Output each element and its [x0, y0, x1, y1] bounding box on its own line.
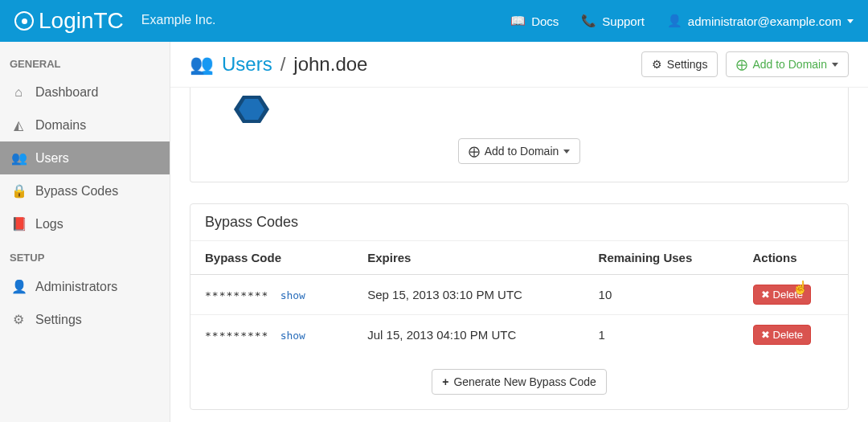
home-icon: ⌂ — [11, 85, 26, 100]
table-row: ********* show Sep 15, 2013 03:10 PM UTC… — [190, 275, 848, 315]
delete-button[interactable]: ✖ Delete — [753, 285, 812, 305]
col-remaining: Remaining Uses — [584, 241, 739, 275]
sidebar: GENERAL ⌂ Dashboard ◭ Domains 👥 Users 🔒 … — [0, 42, 170, 422]
code-mask: ********* — [205, 289, 268, 301]
gear-icon: ⚙ — [652, 58, 662, 71]
sidebar-item-settings[interactable]: ⚙ Settings — [0, 303, 170, 336]
add-to-domain-button[interactable]: ⨁ Add to Domain — [726, 51, 849, 77]
col-code: Bypass Code — [190, 241, 353, 275]
sidebar-item-bypass-codes[interactable]: 🔒 Bypass Codes — [0, 174, 170, 207]
sidebar-item-dashboard[interactable]: ⌂ Dashboard — [0, 76, 170, 109]
sidebar-item-label: Bypass Codes — [35, 184, 118, 199]
show-code-link[interactable]: show — [280, 330, 305, 342]
code-mask: ********* — [205, 330, 268, 342]
sidebar-item-users[interactable]: 👥 Users — [0, 141, 170, 174]
remaining-cell: 10 — [584, 275, 739, 315]
docs-link[interactable]: 📖 Docs — [510, 14, 559, 28]
gears-icon: ⚙ — [11, 312, 26, 327]
close-icon: ✖ — [761, 329, 770, 341]
delete-label: Delete — [773, 289, 804, 301]
plus-circle-icon: ⨁ — [469, 145, 480, 158]
book-icon: 📖 — [510, 14, 526, 28]
remaining-cell: 1 — [584, 315, 739, 355]
sitemap-icon: ◭ — [11, 117, 26, 133]
add-domain-row: ⨁ Add to Domain — [210, 138, 829, 164]
plus-icon: + — [442, 375, 448, 388]
sidebar-item-label: Settings — [35, 313, 82, 327]
topbar-right: 📖 Docs 📞 Support 👤 administrator@example… — [510, 14, 854, 28]
plus-circle-icon: ⨁ — [736, 58, 747, 71]
org-name: Example Inc. — [141, 13, 215, 27]
sidebar-item-label: Users — [35, 151, 69, 166]
sidebar-item-label: Logs — [35, 217, 63, 231]
user-menu[interactable]: 👤 administrator@example.com — [667, 14, 854, 28]
sidebar-item-domains[interactable]: ◭ Domains — [0, 109, 170, 141]
expires-cell: Sep 15, 2013 03:10 PM UTC — [353, 275, 583, 315]
users-icon: 👥 — [11, 150, 26, 166]
sidebar-item-label: Domains — [35, 118, 86, 133]
main: 👥 Users / john.doe ⚙ Settings ⨁ Add to D… — [170, 42, 868, 422]
book-icon: 📕 — [11, 216, 26, 231]
brand[interactable]: LoginTC — [14, 8, 124, 34]
settings-label: Settings — [667, 58, 708, 71]
add-to-domain-label: Add to Domain — [752, 58, 827, 71]
topbar-left: LoginTC Example Inc. — [14, 8, 215, 34]
delete-label: Delete — [773, 329, 804, 341]
support-label: Support — [602, 14, 645, 28]
generate-row: + Generate New Bypass Code — [190, 354, 848, 409]
sidebar-item-label: Administrators — [35, 280, 117, 294]
breadcrumb-current: john.doe — [293, 53, 367, 76]
breadcrumb-separator: / — [280, 53, 286, 76]
sidebar-section-setup: SETUP — [0, 240, 170, 270]
table-header-row: Bypass Code Expires Remaining Uses Actio… — [190, 241, 848, 275]
bypass-codes-table: Bypass Code Expires Remaining Uses Actio… — [190, 241, 848, 354]
col-actions: Actions — [739, 241, 848, 275]
user-email: administrator@example.com — [688, 14, 841, 28]
breadcrumb-section[interactable]: Users — [222, 53, 272, 76]
header-actions: ⚙ Settings ⨁ Add to Domain — [641, 51, 849, 77]
topbar: LoginTC Example Inc. 📖 Docs 📞 Support 👤 … — [0, 0, 868, 42]
domain-panel: ⨁ Add to Domain — [190, 88, 849, 182]
bypass-codes-panel: Bypass Codes Bypass Code Expires Remaini… — [190, 203, 849, 410]
generate-bypass-code-button[interactable]: + Generate New Bypass Code — [432, 369, 607, 395]
delete-button[interactable]: ✖ Delete — [753, 325, 812, 345]
show-code-link[interactable]: show — [280, 289, 305, 301]
generate-label: Generate New Bypass Code — [453, 375, 596, 388]
page-header: 👥 Users / john.doe ⚙ Settings ⨁ Add to D… — [170, 42, 868, 88]
sidebar-item-label: Dashboard — [35, 85, 98, 100]
col-expires: Expires — [353, 241, 583, 275]
sidebar-item-logs[interactable]: 📕 Logs — [0, 207, 170, 240]
support-link[interactable]: 📞 Support — [581, 14, 645, 28]
hexagon-icon — [234, 94, 269, 125]
user-icon: 👤 — [667, 14, 682, 28]
chevron-down-icon — [847, 19, 854, 23]
docs-label: Docs — [531, 14, 559, 28]
add-to-domain-dropdown[interactable]: ⨁ Add to Domain — [458, 138, 581, 164]
users-icon: 👥 — [190, 53, 214, 76]
phone-icon: 📞 — [581, 14, 596, 28]
brand-name: LoginTC — [39, 8, 124, 34]
chevron-down-icon — [563, 150, 570, 154]
lock-icon: 🔒 — [11, 183, 26, 199]
add-domain-label: Add to Domain — [485, 145, 559, 158]
brand-logo-icon — [14, 11, 34, 31]
domain-icon — [234, 94, 829, 127]
content: ⨁ Add to Domain Bypass Codes Bypass Code… — [170, 88, 868, 422]
user-icon: 👤 — [11, 279, 26, 294]
table-row: ********* show Jul 15, 2013 04:10 PM UTC… — [190, 315, 848, 355]
breadcrumb: 👥 Users / john.doe — [190, 53, 367, 76]
bypass-panel-title: Bypass Codes — [190, 204, 848, 241]
close-icon: ✖ — [761, 289, 770, 301]
expires-cell: Jul 15, 2013 04:10 PM UTC — [353, 315, 583, 355]
sidebar-item-administrators[interactable]: 👤 Administrators — [0, 270, 170, 303]
settings-button[interactable]: ⚙ Settings — [641, 51, 719, 77]
sidebar-section-general: GENERAL — [0, 47, 170, 76]
chevron-down-icon — [832, 63, 838, 67]
